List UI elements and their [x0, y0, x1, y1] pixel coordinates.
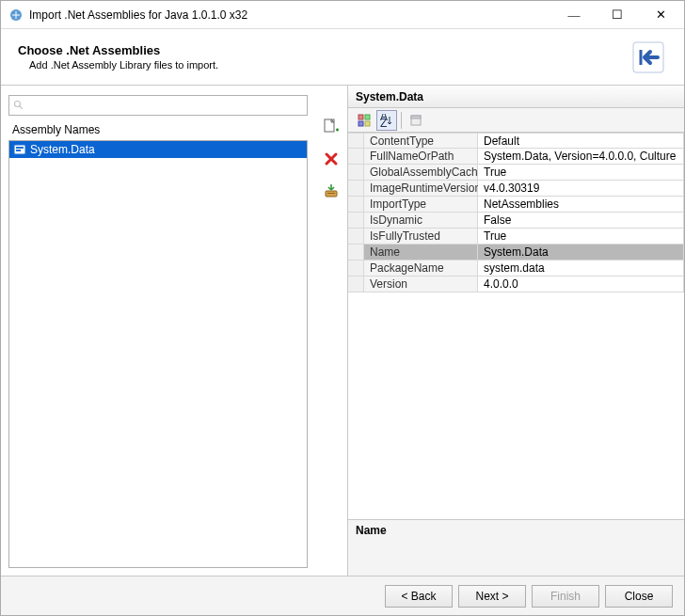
close-button[interactable]: Close [605, 585, 673, 608]
back-button[interactable]: < Back [385, 585, 453, 608]
property-value[interactable]: v4.0.30319 [478, 181, 684, 197]
property-name: Name [363, 245, 478, 261]
left-panel: Assembly Names System.Data [1, 86, 315, 576]
property-value[interactable]: NetAssemblies [478, 197, 684, 213]
minimize-button[interactable]: — [552, 2, 596, 28]
properties-title: System.Data [348, 86, 684, 108]
property-name: ImageRuntimeVersion [363, 181, 478, 197]
svg-rect-13 [365, 121, 370, 126]
list-item-label: System.Data [30, 143, 95, 156]
toolbar-separator [401, 112, 402, 129]
property-value[interactable]: Default [478, 133, 684, 149]
property-value[interactable]: system.data [478, 261, 684, 276]
property-grid[interactable]: ContentTypeDefaultFullNameOrPathSystem.D… [348, 133, 684, 292]
app-icon [8, 8, 24, 23]
right-panel: System.Data AZ ContentTypeDefaultFullNam… [347, 86, 684, 576]
property-row[interactable]: Version4.0.0.0 [348, 276, 684, 292]
assembly-list-label: Assembly Names [12, 123, 306, 136]
remove-button[interactable] [320, 148, 342, 170]
property-name: ContentType [363, 133, 478, 149]
property-row[interactable]: ImageRuntimeVersionv4.0.30319 [348, 181, 684, 197]
assembly-list[interactable]: System.Data [8, 140, 308, 568]
properties-toolbar: AZ [348, 108, 684, 133]
property-row[interactable]: GlobalAssemblyCacheTrue [348, 165, 684, 181]
categorized-icon[interactable] [354, 110, 374, 131]
property-name: Version [363, 276, 478, 292]
property-row[interactable]: PackageNamesystem.data [348, 261, 684, 276]
title-bar: Import .Net Assemblies for Java 1.0.1.0 … [1, 1, 684, 29]
finish-button: Finish [532, 585, 599, 608]
list-item[interactable]: System.Data [9, 141, 307, 158]
svg-rect-9 [327, 193, 335, 194]
banner-subtext: Add .Net Assembly Library files to impor… [29, 59, 218, 71]
property-row[interactable]: ImportTypeNetAssemblies [348, 197, 684, 213]
middle-toolbar [315, 86, 347, 576]
export-button[interactable] [320, 180, 342, 202]
description-pane: Name [348, 519, 684, 576]
svg-point-2 [15, 102, 21, 107]
property-name: GlobalAssemblyCache [363, 165, 478, 181]
property-grid-space [348, 292, 684, 519]
property-value[interactable]: System.Data, Version=4.0.0.0, Culture [478, 149, 684, 165]
svg-rect-10 [358, 115, 363, 119]
property-name: FullNameOrPath [363, 149, 478, 165]
search-input[interactable] [8, 95, 308, 116]
add-file-button[interactable] [320, 116, 342, 138]
close-window-button[interactable]: ✕ [639, 2, 682, 28]
property-value[interactable]: True [478, 229, 684, 245]
property-name: IsDynamic [363, 213, 478, 229]
import-arrow-icon [629, 39, 667, 76]
svg-rect-6 [16, 150, 21, 151]
description-title: Name [356, 524, 677, 537]
property-value[interactable]: True [478, 165, 684, 181]
property-name: IsFullyTrusted [363, 229, 478, 245]
svg-rect-12 [358, 121, 363, 126]
svg-line-3 [20, 106, 23, 109]
svg-rect-11 [365, 115, 370, 119]
alphabetical-icon[interactable]: AZ [376, 110, 397, 131]
maximize-button[interactable]: ☐ [596, 2, 639, 28]
banner-heading: Choose .Net Assemblies [18, 43, 218, 57]
property-name: PackageName [363, 261, 478, 276]
property-name: ImportType [363, 197, 478, 213]
property-row[interactable]: IsFullyTrustedTrue [348, 229, 684, 245]
property-row[interactable]: FullNameOrPathSystem.Data, Version=4.0.0… [348, 149, 684, 165]
property-value[interactable]: System.Data [478, 245, 684, 261]
property-value[interactable]: False [478, 213, 684, 229]
wizard-banner: Choose .Net Assemblies Add .Net Assembly… [1, 29, 684, 86]
property-pages-icon[interactable] [406, 110, 426, 131]
property-row[interactable]: ContentTypeDefault [348, 133, 684, 149]
svg-rect-17 [411, 116, 421, 118]
window-title: Import .Net Assemblies for Java 1.0.1.0 … [29, 8, 552, 22]
next-button[interactable]: Next > [458, 585, 526, 608]
assembly-icon [13, 143, 26, 156]
property-value[interactable]: 4.0.0.0 [478, 276, 684, 292]
property-row[interactable]: NameSystem.Data [348, 245, 684, 261]
property-row[interactable]: IsDynamicFalse [348, 213, 684, 229]
svg-rect-5 [16, 147, 24, 149]
svg-text:Z: Z [380, 117, 387, 127]
wizard-footer: < Back Next > Finish Close [1, 576, 684, 615]
